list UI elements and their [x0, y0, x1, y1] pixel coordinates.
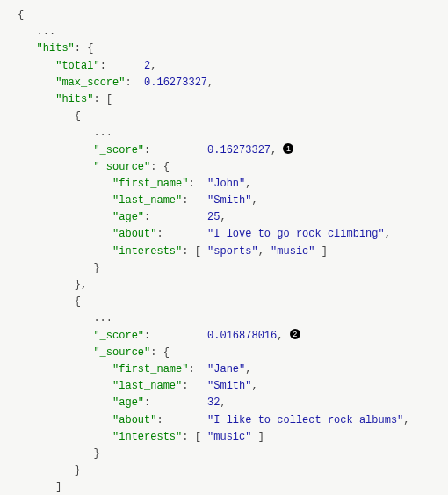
val-age-1: 25	[207, 211, 220, 223]
key-last-name: "last_name"	[112, 380, 182, 392]
val-first-name-1: "John"	[207, 178, 245, 190]
val-max-score: 0.16273327	[144, 76, 207, 89]
code-block: { ... "hits": { "total": 2, "max_score":…	[0, 0, 448, 495]
key-first-name: "first_name"	[112, 363, 188, 375]
key-max-score: "max_score"	[55, 76, 125, 89]
val-interest-2a: "music"	[207, 431, 251, 443]
val-score-2: 0.016878016	[207, 330, 277, 342]
val-last-name-2: "Smith"	[207, 380, 251, 392]
ellipsis: ...	[93, 312, 112, 324]
val-first-name-2: "Jane"	[207, 363, 245, 375]
key-about: "about"	[112, 228, 156, 240]
key-interests: "interests"	[112, 245, 182, 258]
val-last-name-1: "Smith"	[207, 194, 251, 207]
key-interests: "interests"	[112, 431, 182, 443]
val-interest-1b: "music"	[271, 245, 314, 258]
brace: {	[18, 9, 24, 21]
key-score: "_score"	[93, 330, 144, 342]
key-score: "_score"	[93, 144, 144, 157]
key-total: "total"	[55, 60, 99, 72]
key-about: "about"	[112, 414, 156, 426]
val-score-1: 0.16273327	[207, 144, 271, 157]
key-hits-array: "hits"	[55, 93, 93, 106]
key-first-name: "first_name"	[112, 178, 188, 190]
key-age: "age"	[112, 397, 144, 409]
ellipsis: ...	[37, 25, 56, 38]
key-source: "_source"	[93, 161, 150, 173]
val-about-1: "I love to go rock climbing"	[207, 228, 385, 240]
key-source: "_source"	[93, 346, 150, 359]
key-last-name: "last_name"	[112, 194, 182, 207]
callout-1-icon: 1	[283, 143, 293, 154]
val-interest-1a: "sports"	[207, 245, 258, 258]
key-age: "age"	[112, 211, 144, 223]
key-hits: "hits"	[37, 42, 75, 55]
val-about-2: "I like to collect rock albums"	[207, 414, 403, 426]
ellipsis: ...	[93, 127, 112, 139]
val-age-2: 32	[207, 397, 220, 409]
callout-2-icon: 2	[290, 329, 300, 339]
